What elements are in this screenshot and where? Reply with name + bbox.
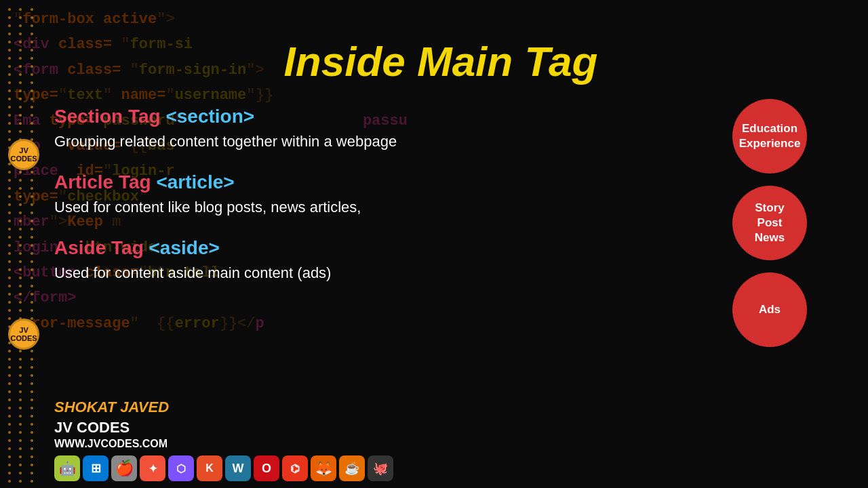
firefox-icon: 🦊 — [311, 455, 336, 481]
footer-brand: JV CODES — [54, 419, 393, 436]
section-label-3: Aside Tag — [54, 237, 144, 258]
section-desc-1: Grouping related content together within… — [54, 131, 732, 152]
icon-row: 🤖 ⊞ 🍎 ✦ ⬡ K W O ⌬ 🦊 ☕ 🐙 — [54, 455, 393, 481]
footer-name: SHOKAT JAVED — [54, 399, 393, 416]
swift-icon: ✦ — [140, 455, 165, 481]
section-desc-3: Used for content aside main content (ads… — [54, 263, 732, 284]
section-label-2: Article Tag — [54, 171, 151, 192]
badge-top: JV CODES — [8, 139, 39, 170]
windows-icon: ⊞ — [83, 455, 108, 481]
badge-top-text: JV — [19, 146, 28, 155]
section-tag-block: Section Tag <section> Grouping related c… — [54, 106, 732, 152]
section-heading-3: Aside Tag <aside> — [54, 237, 732, 259]
section-tag-2: <article> — [156, 171, 234, 192]
section-tag-3: <aside> — [149, 237, 220, 258]
section-desc-2: Used for content like blog posts, news a… — [54, 197, 732, 218]
android-icon: 🤖 — [54, 455, 80, 481]
aside-tag-block: Aside Tag <aside> Used for content aside… — [54, 237, 732, 284]
badge-bottom: JV CODES — [8, 319, 39, 350]
arc-icon: ⌬ — [282, 455, 308, 481]
kotlin-purple-icon: ⬡ — [168, 455, 194, 481]
java-icon: ☕ — [339, 455, 365, 481]
apple-icon: 🍎 — [111, 455, 137, 481]
text-sections: Section Tag <section> Grouping related c… — [54, 106, 732, 302]
circle-education: Education Experience — [732, 99, 807, 174]
badge-bottom-text: JV — [19, 326, 28, 334]
circle-ads: Ads — [732, 272, 807, 347]
article-tag-block: Article Tag <article> Used for content l… — [54, 171, 732, 218]
opera-icon: O — [254, 455, 279, 481]
footer: SHOKAT JAVED JV CODES WWW.JVCODES.COM 🤖 … — [54, 399, 393, 481]
section-label-1: Section Tag — [54, 106, 161, 127]
page-title: Inside Main Tag — [54, 37, 827, 85]
dot-pattern: // Dots generated inline — [0, 0, 44, 488]
git-icon: 🐙 — [368, 455, 393, 481]
kotlin-red-icon: K — [197, 455, 222, 481]
badge-top-subtext: CODES — [10, 155, 37, 163]
content-area: Section Tag <section> Grouping related c… — [54, 106, 827, 347]
badge-bottom-subtext: CODES — [10, 334, 37, 342]
circle-story: Story Post News — [732, 186, 807, 260]
section-heading-2: Article Tag <article> — [54, 171, 732, 193]
footer-url: WWW.JVCODES.COM — [54, 438, 393, 450]
circles-column: Education Experience Story Post News Ads — [732, 99, 807, 347]
wordpress-icon: W — [225, 455, 251, 481]
section-heading-1: Section Tag <section> — [54, 106, 732, 127]
section-tag-1: <section> — [165, 106, 254, 127]
